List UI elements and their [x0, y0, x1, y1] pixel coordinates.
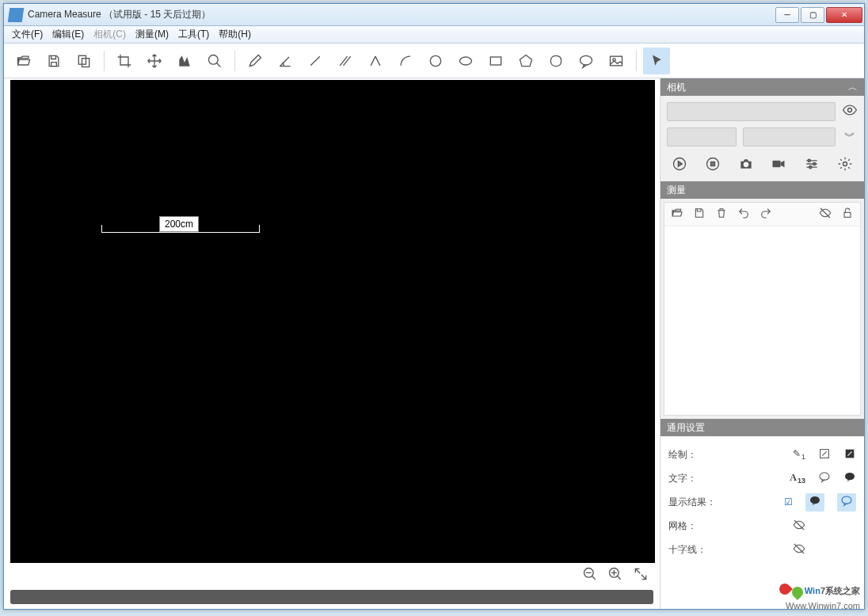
canvas[interactable]: 200cm — [10, 80, 655, 563]
pencil-icon[interactable]: ✎1 — [793, 448, 805, 461]
svg-point-19 — [809, 166, 812, 169]
comment-outline-icon[interactable] — [818, 471, 831, 486]
delete-icon[interactable] — [715, 207, 728, 222]
maximize-button[interactable]: ▢ — [801, 7, 824, 23]
undo-icon[interactable] — [737, 207, 750, 222]
gear-icon[interactable] — [834, 156, 856, 175]
menu-help[interactable]: 帮助(H) — [214, 26, 256, 43]
visibility-icon[interactable] — [842, 102, 858, 121]
setting-cross-label: 十字线： — [668, 543, 732, 557]
separator — [636, 51, 637, 71]
main-toolbar — [4, 44, 864, 78]
open-icon[interactable] — [671, 207, 683, 222]
comment-fill-icon[interactable] — [843, 471, 856, 486]
zoom-out-icon[interactable] — [582, 566, 598, 585]
rounded-shape-icon[interactable] — [542, 48, 569, 74]
save-icon[interactable] — [40, 48, 67, 74]
pointer-icon[interactable] — [643, 48, 670, 74]
annotation-icon[interactable] — [573, 48, 600, 74]
move-icon[interactable] — [141, 48, 168, 74]
svg-point-11 — [848, 108, 852, 112]
svg-point-15 — [743, 162, 748, 168]
menu-measure[interactable]: 测量(M) — [131, 26, 173, 43]
collapse-icon[interactable]: ︿ — [848, 81, 858, 94]
expand-icon[interactable]: ︾ — [842, 130, 858, 144]
camera-select[interactable] — [667, 102, 836, 121]
horizontal-scrollbar[interactable] — [10, 590, 653, 604]
visibility-off-icon[interactable] — [819, 207, 832, 222]
pencil-icon[interactable] — [242, 48, 268, 74]
pentagon-icon[interactable] — [512, 48, 539, 74]
stop-icon[interactable] — [702, 156, 724, 175]
unlock-icon[interactable] — [841, 207, 854, 222]
minimize-button[interactable]: ─ — [775, 7, 799, 23]
fullscreen-icon[interactable] — [633, 566, 649, 585]
font-icon[interactable]: A13 — [790, 472, 805, 485]
open-icon[interactable] — [10, 48, 37, 74]
measure-panel-body — [661, 199, 864, 419]
ellipse-icon[interactable] — [452, 48, 479, 74]
edit-box-icon[interactable] — [818, 447, 831, 462]
window-buttons: ─ ▢ ✕ — [774, 7, 862, 23]
svg-point-3 — [430, 55, 440, 66]
svg-point-17 — [808, 159, 810, 162]
record-icon[interactable] — [767, 156, 790, 175]
svg-rect-5 — [490, 57, 501, 65]
setting-grid-row: 网格： — [668, 514, 856, 538]
polyline-icon[interactable] — [362, 48, 389, 74]
separator — [104, 51, 105, 71]
watermark-logo-icon — [779, 582, 803, 601]
menu-file[interactable]: 文件(F) — [7, 26, 48, 43]
sliders-icon[interactable] — [801, 156, 823, 175]
camera-controls — [667, 153, 858, 175]
rectangle-icon[interactable] — [482, 48, 509, 74]
play-icon[interactable] — [668, 156, 691, 175]
visibility-off-icon[interactable] — [793, 519, 805, 534]
zoom-in-icon[interactable] — [607, 566, 623, 585]
image-icon[interactable] — [603, 48, 630, 74]
menu-edit[interactable]: 编辑(E) — [48, 26, 89, 43]
setting-cross-row: 十字线： — [668, 538, 856, 561]
comment-outline-icon[interactable] — [837, 493, 856, 511]
svg-rect-7 — [611, 56, 622, 66]
svg-point-24 — [820, 473, 829, 480]
measurement-line[interactable] — [101, 232, 260, 233]
close-button[interactable]: ✕ — [826, 7, 862, 23]
settings-panel-header[interactable]: 通用设置 — [661, 419, 864, 436]
setting-result-row: 显示结果： ☑ — [668, 490, 856, 514]
arc-icon[interactable] — [392, 48, 419, 74]
snapshot-icon[interactable] — [735, 156, 757, 175]
measure-toolbar — [664, 203, 860, 226]
side-panel: 相机 ︿ ︾ — [660, 78, 864, 609]
circle-icon[interactable] — [422, 48, 449, 74]
menu-tool[interactable]: 工具(T) — [173, 26, 214, 43]
svg-rect-14 — [710, 162, 714, 166]
canvas-footer — [4, 565, 660, 587]
zoom-icon[interactable] — [201, 48, 228, 74]
setting-result-label: 显示结果： — [668, 496, 732, 509]
measure-panel-title: 测量 — [667, 184, 686, 197]
redo-icon[interactable] — [760, 207, 772, 222]
camera-resolution-select[interactable] — [667, 127, 737, 146]
comment-fill-icon[interactable] — [805, 493, 824, 511]
settings-panel-body: 绘制： ✎1 文字： A13 显示结果： — [661, 436, 864, 593]
svg-point-20 — [843, 162, 847, 166]
save-icon[interactable] — [693, 207, 706, 222]
menu-camera[interactable]: 相机(C) — [89, 26, 131, 43]
histogram-icon[interactable] — [171, 48, 198, 74]
setting-draw-row: 绘制： ✎1 — [668, 443, 856, 466]
measure-panel-header[interactable]: 测量 — [661, 181, 864, 199]
checkbox-icon[interactable]: ☑ — [784, 496, 793, 508]
measurement-label[interactable]: 200cm — [159, 216, 199, 232]
parallel-lines-icon[interactable] — [332, 48, 359, 74]
measure-list — [664, 202, 861, 416]
camera-panel-header[interactable]: 相机 ︿ — [661, 78, 864, 96]
visibility-off-icon[interactable] — [793, 542, 805, 557]
angle-icon[interactable] — [272, 48, 299, 74]
line-icon[interactable] — [302, 48, 329, 74]
copy-icon[interactable] — [70, 48, 97, 74]
camera-format-select[interactable] — [743, 127, 836, 146]
setting-text-label: 文字： — [668, 472, 732, 485]
fill-box-icon[interactable] — [843, 447, 856, 462]
crop-icon[interactable] — [111, 48, 138, 74]
